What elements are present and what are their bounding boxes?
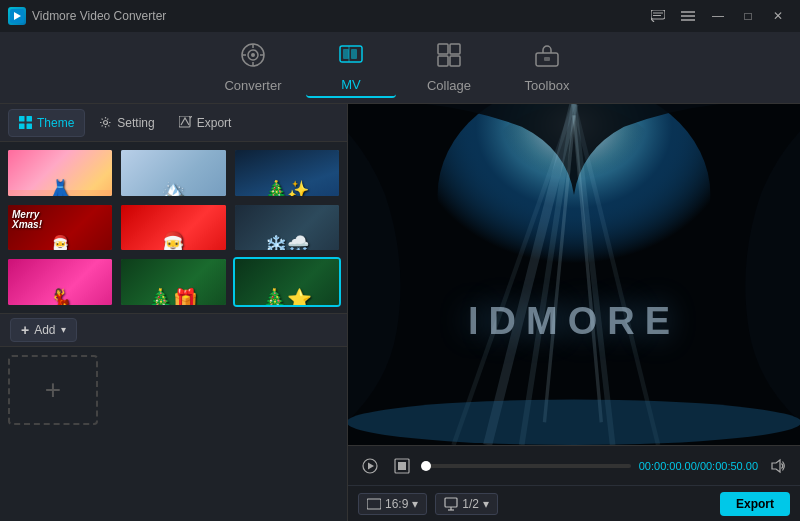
svg-rect-17: [343, 49, 349, 59]
nav-toolbox-label: Toolbox: [525, 78, 570, 93]
page-dropdown-icon: ▾: [483, 497, 489, 511]
bottom-bar: 16:9 ▾ 1/2 ▾ Export: [348, 485, 800, 521]
svg-rect-49: [367, 499, 381, 509]
mv-icon: [338, 41, 364, 73]
play-button[interactable]: [358, 454, 382, 478]
svg-rect-27: [27, 116, 33, 122]
setting-icon: [99, 116, 112, 129]
minimize-button[interactable]: —: [704, 6, 732, 26]
svg-rect-28: [19, 124, 25, 130]
close-button[interactable]: ✕: [764, 6, 792, 26]
title-bar: Vidmore Video Converter — □ ✕: [0, 0, 800, 32]
preview-background: IDMORE: [348, 104, 800, 445]
controls-bar: 00:00:00.00/00:00:50.00: [348, 445, 800, 485]
export-button[interactable]: Export: [720, 492, 790, 516]
menu-button[interactable]: [674, 6, 702, 26]
preview-area: IDMORE: [348, 104, 800, 445]
export-icon: [179, 116, 192, 129]
progress-bar[interactable]: [422, 464, 631, 468]
svg-rect-18: [351, 49, 357, 59]
svg-rect-23: [450, 56, 460, 66]
theme-grid: 👗 Happy 🏔️ Simple 🎄✨ Christmas Eve: [0, 142, 347, 313]
app-title: Vidmore Video Converter: [32, 9, 166, 23]
app-icon: [8, 7, 26, 25]
theme-snowy-night[interactable]: ❄️🌨️ Snowy Night: [233, 203, 341, 253]
svg-point-11: [251, 53, 255, 57]
theme-santa-claus[interactable]: 🎅 Santa Claus: [119, 203, 227, 253]
svg-rect-20: [438, 44, 448, 54]
subtab-theme[interactable]: Theme: [8, 109, 85, 137]
svg-rect-21: [450, 44, 460, 54]
time-display: 00:00:00.00/00:00:50.00: [639, 460, 758, 472]
theme-christmas-tree[interactable]: 🎄🎁 Christmas Tree: [119, 257, 227, 307]
maximize-button[interactable]: □: [734, 6, 762, 26]
page-selector[interactable]: 1/2 ▾: [435, 493, 498, 515]
theme-happy[interactable]: 👗 Happy: [6, 148, 114, 198]
collage-icon: [436, 42, 462, 74]
ratio-selector[interactable]: 16:9 ▾: [358, 493, 427, 515]
add-label: Add: [34, 323, 55, 337]
svg-point-30: [104, 121, 108, 125]
nav-mv-label: MV: [341, 77, 361, 92]
svg-marker-45: [368, 462, 374, 469]
ratio-dropdown-icon: ▾: [412, 497, 418, 511]
ratio-icon: [367, 497, 381, 511]
subtab-setting-label: Setting: [117, 116, 154, 130]
svg-rect-2: [651, 10, 665, 19]
subtab-setting[interactable]: Setting: [89, 109, 164, 137]
nav-mv[interactable]: MV: [306, 38, 396, 98]
converter-icon: [240, 42, 266, 74]
nav-toolbox[interactable]: Toolbox: [502, 38, 592, 98]
svg-rect-29: [27, 124, 33, 130]
monitor-icon: [444, 497, 458, 511]
subtab-theme-label: Theme: [37, 116, 74, 130]
svg-rect-22: [438, 56, 448, 66]
nav-collage-label: Collage: [427, 78, 471, 93]
svg-rect-25: [544, 57, 550, 61]
theme-icon: [19, 116, 32, 129]
svg-rect-50: [445, 498, 457, 507]
chat-button[interactable]: [644, 6, 672, 26]
nav-collage[interactable]: Collage: [404, 38, 494, 98]
stop-button[interactable]: [390, 454, 414, 478]
theme-christmas-eve[interactable]: 🎄✨ Christmas Eve: [233, 148, 341, 198]
preview-title: IDMORE: [348, 300, 800, 343]
titlebar-controls: — □ ✕: [644, 6, 792, 26]
top-nav: Converter MV Collage: [0, 32, 800, 104]
volume-button[interactable]: [766, 454, 790, 478]
main-area: Theme Setting Export: [0, 104, 800, 521]
svg-rect-31: [179, 116, 190, 127]
add-strip: + Add ▾: [0, 313, 347, 347]
add-button[interactable]: + Add ▾: [10, 318, 77, 342]
ratio-label: 16:9: [385, 497, 408, 511]
add-area: +: [0, 347, 347, 522]
add-plus-large-icon: +: [45, 374, 61, 406]
svg-point-43: [348, 400, 800, 445]
theme-stripes-waves[interactable]: 💃 Stripes & Waves: [6, 257, 114, 307]
nav-converter[interactable]: Converter: [208, 38, 298, 98]
svg-marker-48: [772, 460, 780, 472]
titlebar-left: Vidmore Video Converter: [8, 7, 166, 25]
theme-merry-christmas[interactable]: Merry Xmas! 🎅 Merry Christmas: [6, 203, 114, 253]
subtabs: Theme Setting Export: [0, 104, 347, 142]
nav-converter-label: Converter: [224, 78, 281, 93]
add-media-placeholder[interactable]: +: [8, 355, 98, 425]
add-dropdown-icon: ▾: [61, 324, 66, 335]
left-panel: Theme Setting Export: [0, 104, 348, 521]
right-panel: IDMORE 00:00:00.00/00:: [348, 104, 800, 521]
add-plus-icon: +: [21, 322, 29, 338]
theme-beautiful-christmas[interactable]: 🎄⭐ Beautiful Christmas: [233, 257, 341, 307]
theme-simple[interactable]: 🏔️ Simple: [119, 148, 227, 198]
svg-rect-26: [19, 116, 25, 122]
progress-dot: [421, 461, 431, 471]
toolbox-icon: [534, 42, 560, 74]
subtab-export[interactable]: Export: [169, 109, 242, 137]
page-label: 1/2: [462, 497, 479, 511]
subtab-export-label: Export: [197, 116, 232, 130]
svg-rect-47: [398, 462, 406, 470]
